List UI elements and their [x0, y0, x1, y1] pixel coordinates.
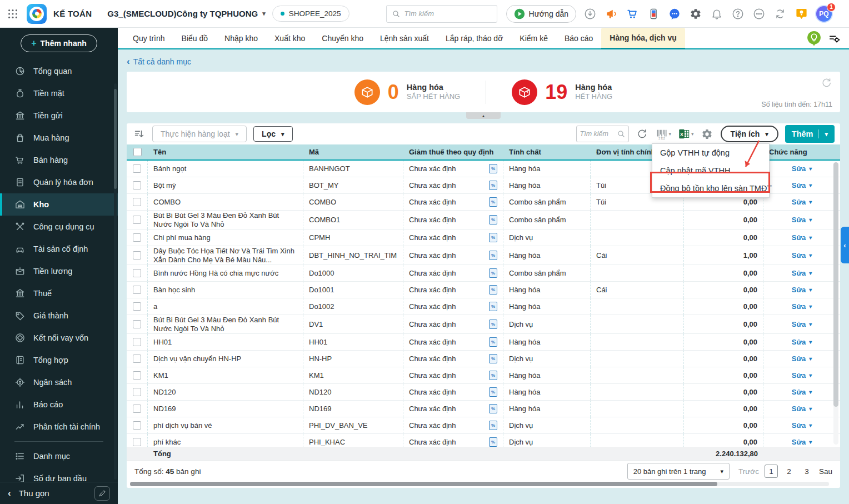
app-launcher-icon[interactable] — [6, 7, 20, 21]
table-vertical-scrollbar[interactable] — [833, 162, 838, 445]
tax-document-icon[interactable]: % — [489, 371, 497, 380]
row-checkbox[interactable] — [127, 282, 148, 298]
edit-action[interactable]: Sửa — [763, 434, 840, 447]
sync-icon[interactable] — [773, 7, 787, 21]
summary-collapse-button[interactable] — [466, 112, 501, 119]
table-refresh-icon[interactable] — [636, 127, 649, 141]
tax-document-icon[interactable]: % — [489, 404, 497, 413]
sidebar-item[interactable]: Tiền gửi — [0, 104, 118, 127]
tax-document-icon[interactable]: % — [489, 337, 497, 347]
sidebar-item[interactable]: Kho — [0, 193, 118, 216]
select-all-checkbox[interactable] — [127, 148, 148, 156]
avatar[interactable]: PQ 1 — [815, 5, 833, 23]
batch-action-button[interactable]: Thực hiện hàng loạt — [152, 126, 247, 142]
sidebar-item[interactable]: Tổng quan — [0, 60, 118, 82]
tax-document-icon[interactable]: % — [489, 302, 497, 311]
help-icon[interactable] — [731, 7, 745, 21]
edit-menu-button[interactable] — [94, 486, 110, 501]
sidebar-item[interactable]: Giá thành — [0, 305, 118, 327]
sort-icon[interactable] — [132, 127, 146, 141]
prev-page-button[interactable]: Trước — [738, 467, 759, 476]
row-checkbox[interactable] — [127, 229, 148, 246]
collapse-label[interactable]: Thu gọn — [19, 488, 49, 498]
page-button[interactable]: 1 — [765, 465, 778, 478]
settings-icon[interactable] — [688, 7, 703, 21]
edit-action[interactable]: Sửa — [763, 351, 840, 367]
guide-button[interactable]: Hướng dẫn — [506, 5, 576, 23]
tax-document-icon[interactable]: % — [489, 421, 497, 430]
company-selector[interactable]: G3_(SMECLOUD)Công ty TQPHUONG — [107, 9, 265, 18]
tax-document-icon[interactable]: % — [489, 181, 497, 190]
edit-action[interactable]: Sửa — [763, 417, 840, 433]
whats-new-icon[interactable] — [794, 7, 808, 21]
row-checkbox[interactable] — [127, 367, 148, 383]
sidebar-item[interactable]: Tổng hợp — [0, 349, 118, 371]
summary-refresh-icon[interactable] — [821, 77, 832, 89]
sidebar-item[interactable]: Bán hàng — [0, 149, 118, 171]
row-checkbox[interactable] — [127, 315, 148, 333]
tax-document-icon[interactable]: % — [489, 251, 497, 260]
tax-document-icon[interactable]: % — [489, 387, 497, 397]
download-icon[interactable] — [583, 7, 597, 21]
tab[interactable]: Hàng hóa, dịch vụ — [601, 28, 685, 49]
menu-item[interactable]: Cập nhật mã VTHH — [652, 162, 769, 179]
column-header[interactable]: Tên — [148, 148, 303, 156]
tab[interactable]: Kiểm kê — [511, 28, 556, 48]
sidebar-item[interactable]: Quản lý hóa đơn — [0, 171, 118, 193]
mobile-app-icon[interactable] — [646, 7, 661, 21]
global-search-input[interactable] — [404, 9, 482, 18]
row-checkbox[interactable] — [127, 298, 148, 315]
tax-document-icon[interactable]: % — [489, 215, 497, 224]
sidebar-item[interactable]: Phân tích tài chính — [0, 416, 118, 438]
workspace-tab[interactable]: SHOPEE_2025 — [272, 6, 349, 22]
sidebar-item[interactable]: Tiền mặt — [0, 82, 118, 104]
sidebar-item[interactable]: Tài sản cố định — [0, 238, 118, 260]
edit-action[interactable]: Sửa — [763, 194, 840, 210]
megaphone-icon[interactable] — [604, 7, 618, 21]
more-icon[interactable] — [752, 7, 766, 21]
tab[interactable]: Lắp ráp, tháo dỡ — [437, 28, 511, 48]
table-search-input[interactable] — [580, 130, 615, 138]
row-checkbox[interactable] — [127, 161, 148, 177]
page-button[interactable]: 3 — [800, 465, 813, 478]
app-logo[interactable] — [27, 4, 47, 24]
right-panel-toggle[interactable] — [841, 227, 849, 263]
assistant-bulb-icon[interactable] — [806, 30, 822, 47]
tax-document-icon[interactable]: % — [489, 285, 497, 295]
row-checkbox[interactable] — [127, 384, 148, 400]
barcode-menu[interactable]: 2 312 — [656, 128, 672, 140]
breadcrumb[interactable]: Tất cả danh mục — [127, 57, 191, 66]
tab[interactable]: Biểu đồ — [173, 28, 216, 48]
quick-add-button[interactable]: + Thêm nhanh — [21, 34, 97, 52]
row-checkbox[interactable] — [127, 194, 148, 210]
page-size-select[interactable]: 20 bản ghi trên 1 trang — [627, 463, 730, 480]
edit-action[interactable]: Sửa — [763, 265, 840, 281]
row-checkbox[interactable] — [127, 351, 148, 367]
edit-action[interactable]: Sửa — [763, 401, 840, 417]
tab[interactable]: Quy trình — [124, 28, 173, 48]
column-header[interactable]: Mã — [303, 148, 403, 156]
menu-item[interactable]: Gộp VTHH tự động — [652, 144, 769, 162]
column-header[interactable]: Giảm thuế theo quy định — [403, 148, 503, 156]
sidebar-scrollbar[interactable] — [114, 83, 117, 480]
tab[interactable]: Chuyển kho — [313, 28, 372, 48]
tax-document-icon[interactable]: % — [489, 197, 497, 207]
row-checkbox[interactable] — [127, 265, 148, 281]
column-header[interactable]: Chức năng — [763, 148, 840, 156]
utilities-button[interactable]: Tiện ích — [721, 126, 778, 142]
tax-document-icon[interactable]: % — [489, 320, 497, 329]
tab[interactable]: Báo cáo — [556, 28, 601, 48]
notifications-icon[interactable] — [710, 7, 724, 21]
sidebar-item[interactable]: Ngân sách — [0, 371, 118, 393]
edit-action[interactable]: Sửa — [763, 384, 840, 400]
edit-action[interactable]: Sửa — [763, 161, 840, 177]
sidebar-item[interactable]: Kết nối vay vốn — [0, 327, 118, 349]
row-checkbox[interactable] — [127, 401, 148, 417]
column-header[interactable]: Tính chất — [503, 148, 591, 156]
edit-action[interactable]: Sửa — [763, 315, 840, 333]
global-search[interactable] — [386, 5, 497, 23]
table-horizontal-scrollbar[interactable] — [130, 482, 829, 486]
edit-action[interactable]: Sửa — [763, 367, 840, 383]
cart-icon[interactable] — [625, 7, 640, 21]
row-checkbox[interactable] — [127, 177, 148, 193]
